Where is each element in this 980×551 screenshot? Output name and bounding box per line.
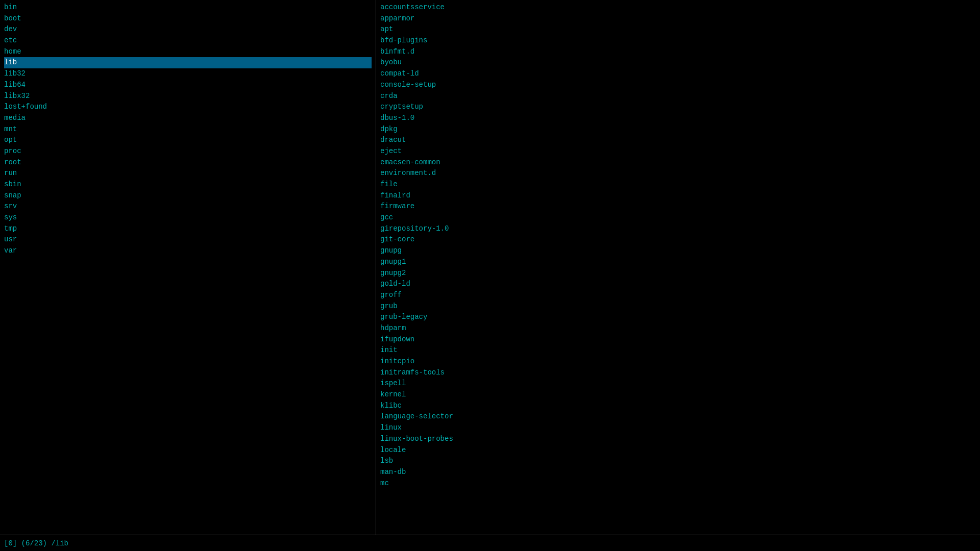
right-file-item[interactable]: klibc: [380, 400, 976, 412]
left-file-item[interactable]: lib32: [4, 68, 372, 80]
right-file-item[interactable]: gnupg1: [380, 257, 976, 268]
left-file-item[interactable]: home: [4, 46, 372, 58]
right-file-item[interactable]: git-core: [380, 234, 976, 245]
right-file-item[interactable]: byobu: [380, 57, 976, 68]
left-file-item[interactable]: mnt: [4, 124, 372, 135]
right-file-item[interactable]: ispell: [380, 378, 976, 389]
right-file-item[interactable]: accountsservice: [380, 2, 976, 13]
left-file-item[interactable]: dev: [4, 24, 372, 35]
right-file-item[interactable]: dpkg: [380, 124, 976, 135]
right-file-item[interactable]: environment.d: [380, 168, 976, 179]
left-file-item[interactable]: run: [4, 168, 372, 179]
left-file-item[interactable]: sbin: [4, 179, 372, 190]
right-file-item[interactable]: dracut: [380, 135, 976, 146]
right-file-item[interactable]: binfmt.d: [380, 46, 976, 58]
right-file-item[interactable]: dbus-1.0: [380, 113, 976, 124]
status-bar: [0] (6/23) /lib: [0, 535, 980, 551]
right-file-item[interactable]: initcpio: [380, 356, 976, 367]
left-file-item[interactable]: lib: [4, 57, 372, 68]
right-file-item[interactable]: apparmor: [380, 13, 976, 24]
right-file-item[interactable]: girepository-1.0: [380, 223, 976, 235]
right-file-item[interactable]: compat-ld: [380, 68, 976, 80]
right-file-item[interactable]: cryptsetup: [380, 102, 976, 113]
left-file-item[interactable]: opt: [4, 135, 372, 146]
left-file-item[interactable]: etc: [4, 35, 372, 46]
right-file-item[interactable]: locale: [380, 445, 976, 456]
right-file-item[interactable]: man-db: [380, 467, 976, 478]
right-file-item[interactable]: lsb: [380, 456, 976, 467]
right-file-item[interactable]: gnupg2: [380, 268, 976, 279]
left-file-item[interactable]: srv: [4, 201, 372, 212]
right-file-item[interactable]: ifupdown: [380, 334, 976, 345]
left-file-item[interactable]: boot: [4, 13, 372, 24]
left-file-item[interactable]: var: [4, 245, 372, 257]
right-file-item[interactable]: emacsen-common: [380, 157, 976, 168]
right-file-item[interactable]: init: [380, 345, 976, 356]
left-panel: binbootdevetchomeliblib32lib64libx32lost…: [0, 0, 376, 535]
left-file-item[interactable]: sys: [4, 212, 372, 223]
right-file-item[interactable]: mc: [380, 478, 976, 489]
right-file-item[interactable]: file: [380, 179, 976, 190]
left-file-item[interactable]: proc: [4, 146, 372, 157]
left-file-item[interactable]: root: [4, 157, 372, 168]
left-file-item[interactable]: snap: [4, 190, 372, 202]
main-area: binbootdevetchomeliblib32lib64libx32lost…: [0, 0, 980, 535]
right-file-item[interactable]: hdparm: [380, 323, 976, 334]
right-panel: accountsserviceapparmoraptbfd-pluginsbin…: [376, 0, 980, 535]
right-file-item[interactable]: initramfs-tools: [380, 367, 976, 379]
right-file-item[interactable]: finalrd: [380, 190, 976, 202]
left-file-item[interactable]: usr: [4, 234, 372, 245]
right-file-item[interactable]: language-selector: [380, 411, 976, 422]
left-file-item[interactable]: bin: [4, 2, 372, 13]
right-file-item[interactable]: crda: [380, 91, 976, 102]
right-file-item[interactable]: console-setup: [380, 80, 976, 91]
left-file-item[interactable]: libx32: [4, 91, 372, 102]
right-file-item[interactable]: groff: [380, 290, 976, 301]
right-file-item[interactable]: bfd-plugins: [380, 35, 976, 46]
right-file-item[interactable]: apt: [380, 24, 976, 35]
left-file-item[interactable]: lost+found: [4, 102, 372, 113]
right-file-item[interactable]: gnupg: [380, 245, 976, 257]
right-file-item[interactable]: gcc: [380, 212, 976, 223]
left-file-item[interactable]: media: [4, 113, 372, 124]
left-file-item[interactable]: lib64: [4, 80, 372, 91]
right-file-item[interactable]: kernel: [380, 389, 976, 400]
right-file-item[interactable]: grub: [380, 301, 976, 312]
right-file-item[interactable]: linux: [380, 422, 976, 434]
right-file-item[interactable]: linux-boot-probes: [380, 434, 976, 445]
right-file-item[interactable]: gold-ld: [380, 279, 976, 290]
status-text: [0] (6/23) /lib: [4, 539, 68, 547]
right-file-item[interactable]: grub-legacy: [380, 312, 976, 323]
right-file-item[interactable]: eject: [380, 146, 976, 157]
left-file-item[interactable]: tmp: [4, 223, 372, 235]
right-file-item[interactable]: firmware: [380, 201, 976, 212]
